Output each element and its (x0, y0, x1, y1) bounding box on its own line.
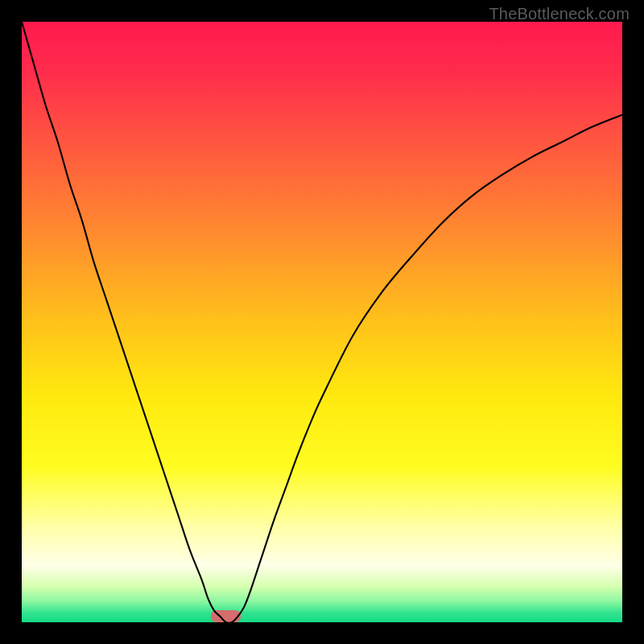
plot-area (22, 22, 622, 622)
curve-layer (22, 22, 622, 622)
bottleneck-curve (22, 22, 622, 622)
watermark-text: TheBottleneck.com (489, 5, 630, 23)
chart-frame: TheBottleneck.com (0, 0, 644, 644)
